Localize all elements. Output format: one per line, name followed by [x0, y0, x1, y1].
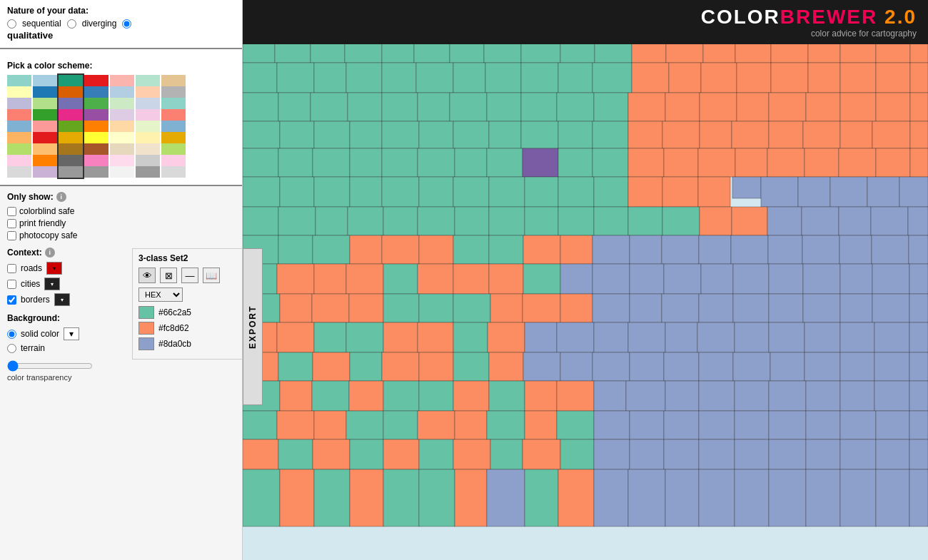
swatch-cell — [84, 143, 109, 155]
svg-rect-171 — [630, 264, 664, 294]
swatch-col-6[interactable] — [136, 75, 160, 178]
cities-checkbox[interactable] — [7, 280, 16, 289]
roads-checkbox[interactable] — [7, 264, 16, 273]
svg-rect-122 — [732, 177, 761, 198]
svg-rect-211 — [628, 322, 665, 352]
sequential-radio[interactable] — [7, 19, 16, 29]
swatch-cell — [110, 98, 134, 109]
svg-rect-291 — [630, 439, 664, 469]
context-info-icon[interactable]: i — [45, 248, 55, 258]
nature-label: Nature of your data: — [7, 6, 235, 16]
svg-rect-301 — [280, 469, 314, 526]
svg-rect-239 — [909, 352, 928, 381]
svg-rect-121 — [910, 148, 928, 177]
qualitative-radio[interactable] — [122, 19, 131, 29]
svg-rect-72 — [455, 207, 489, 235]
svg-rect-118 — [805, 148, 839, 177]
terrain-label: terrain — [21, 343, 45, 353]
diverging-radio[interactable] — [67, 19, 76, 29]
swatch-cell — [33, 132, 57, 143]
svg-rect-45 — [278, 148, 313, 177]
color-value-3: #8da0cb — [158, 339, 191, 349]
swatch-col-2[interactable] — [33, 75, 57, 178]
svg-rect-94 — [910, 63, 928, 93]
eye-icon-btn[interactable]: 👁 — [138, 268, 156, 283]
svg-rect-20 — [558, 63, 592, 93]
swatch-cell — [59, 75, 83, 86]
svg-rect-250 — [594, 381, 626, 411]
swatch-col-1[interactable] — [7, 75, 31, 178]
svg-rect-146 — [453, 235, 489, 264]
svg-rect-96 — [665, 93, 700, 121]
svg-rect-257 — [840, 381, 874, 411]
export-button[interactable]: EXPORT — [243, 248, 263, 405]
transparency-slider[interactable] — [7, 360, 93, 372]
swatch-cell — [110, 86, 134, 98]
cross-icon-btn[interactable]: ⊠ — [160, 268, 177, 283]
svg-rect-260 — [243, 411, 277, 439]
svg-rect-75 — [558, 207, 594, 235]
format-select[interactable]: HEX RGB CMYK — [138, 287, 183, 302]
swatch-cell — [33, 155, 57, 166]
svg-rect-110 — [840, 121, 872, 148]
swatch-cell — [110, 166, 134, 178]
svg-rect-163 — [346, 264, 383, 294]
photocopy-checkbox[interactable] — [7, 231, 16, 240]
svg-rect-155 — [768, 235, 802, 264]
swatch-cell — [161, 166, 186, 178]
svg-rect-105 — [662, 121, 700, 148]
color-scheme-section: Pick a color scheme: — [0, 49, 242, 186]
svg-rect-219 — [909, 322, 928, 352]
swatch-col-7[interactable] — [161, 75, 186, 178]
svg-rect-176 — [803, 264, 840, 294]
swatch-col-4[interactable] — [84, 75, 109, 178]
svg-rect-39 — [453, 121, 489, 148]
title-brewer: BREWER — [780, 6, 877, 28]
solid-color-radio[interactable] — [7, 330, 16, 339]
svg-rect-266 — [455, 411, 487, 439]
orange-counties — [628, 36, 928, 198]
svg-rect-156 — [802, 235, 839, 264]
svg-rect-262 — [314, 411, 346, 439]
svg-rect-318 — [876, 469, 909, 526]
swatch-col-5[interactable] — [110, 75, 134, 178]
colorblind-checkbox[interactable] — [7, 207, 16, 216]
swatch-cell — [59, 143, 83, 155]
svg-rect-231 — [630, 352, 664, 381]
only-show-info-icon[interactable]: i — [56, 192, 66, 202]
svg-rect-60 — [419, 177, 453, 207]
book-icon-btn[interactable]: 📖 — [203, 268, 220, 283]
only-show-header: Only show: i — [7, 192, 235, 202]
svg-rect-205 — [418, 322, 453, 352]
svg-rect-158 — [872, 235, 909, 264]
borders-color-btn[interactable]: ▾ — [54, 293, 70, 306]
print-icon-btn[interactable]: — — [181, 268, 198, 283]
swatch-cell — [110, 143, 134, 155]
cities-color-btn[interactable]: ▾ — [44, 278, 60, 290]
solid-color-label: solid color — [21, 329, 59, 339]
svg-rect-130 — [899, 177, 928, 207]
print-friendly-checkbox[interactable] — [7, 219, 16, 228]
terrain-radio[interactable] — [7, 344, 16, 353]
swatch-cell — [136, 86, 160, 98]
borders-checkbox[interactable] — [7, 295, 16, 305]
svg-rect-317 — [840, 469, 876, 526]
svg-rect-65 — [594, 177, 628, 207]
svg-rect-102 — [876, 93, 910, 121]
svg-rect-100 — [806, 93, 840, 121]
svg-rect-299 — [909, 439, 928, 469]
svg-rect-133 — [700, 207, 732, 235]
svg-rect-174 — [733, 264, 769, 294]
roads-color-btn[interactable]: ▾ — [46, 262, 62, 275]
swatch-col-3[interactable] — [59, 75, 83, 178]
svg-rect-166 — [453, 264, 489, 294]
svg-rect-284 — [383, 439, 419, 469]
bg-color-btn[interactable]: ▾ — [64, 327, 79, 340]
svg-rect-50 — [455, 148, 487, 177]
svg-rect-245 — [419, 381, 453, 411]
svg-rect-37 — [382, 121, 419, 148]
svg-rect-91 — [808, 63, 840, 93]
svg-rect-286 — [453, 439, 490, 469]
svg-rect-242 — [312, 381, 349, 411]
nature-of-data-section: Nature of your data: sequential divergin… — [0, 0, 242, 49]
